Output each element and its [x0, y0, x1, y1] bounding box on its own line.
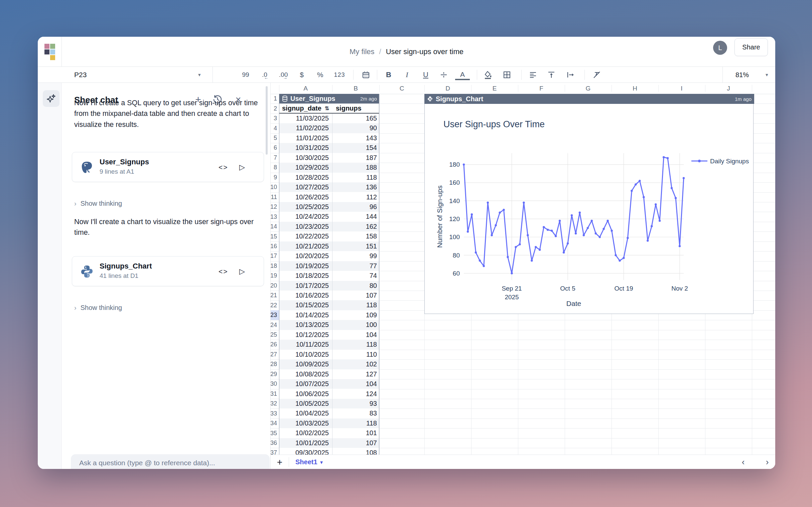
- table-row[interactable]: 10/19/2025 77: [279, 261, 379, 271]
- percent-format-button[interactable]: %: [313, 67, 327, 83]
- row-header-24[interactable]: 24: [271, 320, 279, 330]
- table-row[interactable]: 10/27/2025 136: [279, 182, 379, 192]
- row-header-32[interactable]: 32: [271, 399, 279, 408]
- table-row[interactable]: 10/15/2025 118: [279, 300, 379, 310]
- table-row[interactable]: 10/17/2025 80: [279, 281, 379, 291]
- table-row[interactable]: 10/18/2025 74: [279, 271, 379, 281]
- breadcrumb-my-files[interactable]: My files: [349, 47, 375, 56]
- row-header-11[interactable]: 11: [271, 192, 279, 202]
- row-header-35[interactable]: 35: [271, 428, 279, 438]
- row-header-3[interactable]: 3: [271, 114, 279, 123]
- chat-scrollbar[interactable]: [266, 86, 268, 155]
- column-header-C[interactable]: C: [379, 83, 424, 94]
- row-header-8[interactable]: 8: [271, 163, 279, 172]
- row-header-31[interactable]: 31: [271, 389, 279, 399]
- run-code-icon[interactable]: ▷: [239, 152, 245, 182]
- row-header-33[interactable]: 33: [271, 408, 279, 418]
- column-header-H[interactable]: H: [611, 83, 658, 94]
- format-number-button[interactable]: 99: [238, 67, 253, 83]
- row-header-25[interactable]: 25: [271, 330, 279, 340]
- bold-button[interactable]: B: [381, 67, 396, 83]
- underline-button[interactable]: U: [418, 67, 433, 83]
- row-header-23[interactable]: 23: [271, 310, 279, 320]
- app-logo[interactable]: [38, 37, 62, 67]
- italic-button[interactable]: I: [400, 67, 414, 83]
- scroll-right-button[interactable]: ›: [761, 455, 774, 469]
- table-row[interactable]: 10/05/2025 93: [279, 399, 379, 408]
- view-code-icon[interactable]: <>: [219, 152, 228, 182]
- table-row[interactable]: 11/03/2025 165: [279, 114, 379, 123]
- date-format-button[interactable]: [359, 67, 373, 83]
- table-row[interactable]: 11/02/2025 90: [279, 123, 379, 133]
- column-header-J[interactable]: J: [705, 83, 752, 94]
- sheet-tab-sheet1[interactable]: Sheet1▾: [295, 455, 323, 469]
- table-row[interactable]: 10/07/2025 104: [279, 379, 379, 389]
- table-row[interactable]: 10/10/2025 110: [279, 350, 379, 359]
- table-row[interactable]: 10/06/2025 124: [279, 389, 379, 399]
- table-row[interactable]: 10/03/2025 118: [279, 418, 379, 428]
- row-header-5[interactable]: 5: [271, 133, 279, 143]
- table-row[interactable]: 10/22/2025 158: [279, 231, 379, 241]
- borders-button[interactable]: [499, 67, 514, 83]
- row-header-12[interactable]: 12: [271, 202, 279, 212]
- table-row[interactable]: 10/12/2025 104: [279, 330, 379, 340]
- row-header-1[interactable]: 1: [271, 94, 279, 104]
- row-header-7[interactable]: 7: [271, 153, 279, 163]
- document-title[interactable]: User sign-ups over time: [386, 47, 464, 56]
- table-column-headers[interactable]: signup_date⇅ signups: [279, 104, 379, 113]
- row-header-26[interactable]: 26: [271, 340, 279, 349]
- chart-header-bar[interactable]: Signups_Chart 1m ago: [424, 94, 754, 104]
- table-row[interactable]: 10/25/2025 96: [279, 202, 379, 212]
- currency-format-button[interactable]: $: [294, 67, 309, 83]
- table-row[interactable]: 10/28/2025 118: [279, 173, 379, 182]
- ai-chat-button[interactable]: [43, 90, 59, 107]
- row-header-16[interactable]: 16: [271, 241, 279, 251]
- column-header-A[interactable]: A: [279, 83, 332, 94]
- table-row[interactable]: 10/08/2025 127: [279, 370, 379, 379]
- table-row[interactable]: 10/11/2025 118: [279, 340, 379, 349]
- table-row[interactable]: 10/16/2025 107: [279, 291, 379, 300]
- table-row[interactable]: 10/02/2025 101: [279, 428, 379, 438]
- code-cell-card-user-signups[interactable]: User_Signups 9 lines at A1 <> ▷: [72, 152, 264, 182]
- row-header-30[interactable]: 30: [271, 379, 279, 389]
- row-header-20[interactable]: 20: [271, 281, 279, 291]
- row-header-14[interactable]: 14: [271, 222, 279, 231]
- table-row[interactable]: 10/20/2025 99: [279, 251, 379, 261]
- table-row[interactable]: 10/31/2025 154: [279, 143, 379, 153]
- decrease-decimals-button[interactable]: .0←: [257, 67, 272, 83]
- row-header-21[interactable]: 21: [271, 291, 279, 300]
- zoom-control[interactable]: 81% ▾: [722, 67, 775, 83]
- table-row[interactable]: 10/13/2025 100: [279, 320, 379, 330]
- column-header-B[interactable]: B: [332, 83, 379, 94]
- table-row[interactable]: 10/26/2025 112: [279, 192, 379, 202]
- table-row[interactable]: 10/21/2025 151: [279, 241, 379, 251]
- number-format-button[interactable]: 123: [331, 67, 348, 83]
- row-header-2[interactable]: 2: [271, 104, 279, 113]
- table-row[interactable]: 10/04/2025 83: [279, 408, 379, 418]
- vertical-align-button[interactable]: [544, 67, 559, 83]
- row-header-13[interactable]: 13: [271, 212, 279, 221]
- run-code-icon[interactable]: ▷: [239, 257, 245, 287]
- row-header-36[interactable]: 36: [271, 438, 279, 448]
- spreadsheet-grid[interactable]: ABCDEFGHIJ123456789101112131415161718192…: [271, 83, 775, 469]
- fill-color-button[interactable]: [481, 67, 495, 83]
- row-header-17[interactable]: 17: [271, 251, 279, 261]
- table-row[interactable]: 10/09/2025 102: [279, 359, 379, 369]
- row-header-19[interactable]: 19: [271, 271, 279, 281]
- avatar[interactable]: L: [713, 41, 727, 55]
- strikethrough-button[interactable]: [436, 67, 451, 83]
- column-header-I[interactable]: I: [658, 83, 705, 94]
- show-thinking-toggle[interactable]: ›Show thinking: [74, 200, 122, 208]
- table-header-bar[interactable]: User_Signups 2m ago: [279, 94, 379, 104]
- text-wrap-button[interactable]: [563, 67, 578, 83]
- row-header-34[interactable]: 34: [271, 418, 279, 428]
- row-header-27[interactable]: 27: [271, 350, 279, 359]
- cell-reference-box[interactable]: P23 ▾: [62, 67, 213, 83]
- clear-formatting-button[interactable]: [589, 67, 604, 83]
- table-row[interactable]: 10/24/2025 144: [279, 212, 379, 221]
- show-thinking-toggle[interactable]: ›Show thinking: [74, 304, 122, 312]
- table-row[interactable]: 11/01/2025 143: [279, 133, 379, 143]
- row-header-4[interactable]: 4: [271, 123, 279, 133]
- scroll-left-button[interactable]: ‹: [737, 455, 750, 469]
- column-header-G[interactable]: G: [565, 83, 611, 94]
